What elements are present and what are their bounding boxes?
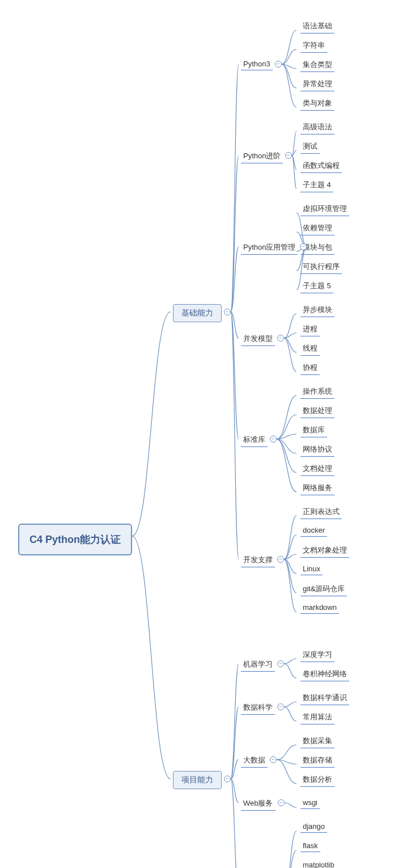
leaf-ml-0: 深度学习 — [300, 648, 334, 662]
root-node[interactable]: C4 Python能力认证 — [18, 524, 132, 555]
leaf-stdlib-5: 网络服务 — [300, 482, 334, 495]
leaf-stdlib-0: 操作系统 — [300, 385, 334, 399]
leaf-python3-0: 语法基础 — [300, 20, 334, 33]
leaf-concurrency-2: 线程 — [300, 342, 320, 356]
mid-concurrency-toggle[interactable]: − — [277, 335, 284, 342]
mid-advanced[interactable]: Python进阶 — [241, 150, 283, 163]
leaf-python3-4: 类与对象 — [300, 97, 334, 111]
mid-web[interactable]: Web服务 — [241, 797, 276, 811]
branch-basic-toggle[interactable]: − — [224, 309, 231, 315]
mid-ml-toggle[interactable]: − — [277, 660, 284, 667]
leaf-appmgmt-3: 可执行程序 — [300, 260, 342, 274]
leaf-stdlib-2: 数据库 — [300, 424, 327, 437]
mid-ml[interactable]: 机器学习 — [241, 658, 275, 672]
mid-bigdata[interactable]: 大数据 — [241, 754, 268, 768]
leaf-datasci-0: 数据科学通识 — [300, 692, 349, 705]
mid-appmgmt-toggle[interactable]: − — [300, 243, 307, 250]
leaf-devsupport-4: git&源码仓库 — [300, 583, 347, 596]
leaf-advanced-3: 子主题 4 — [300, 179, 333, 192]
leaf-devsupport-2: 文档对象处理 — [300, 544, 349, 558]
branch-project[interactable]: 项目能力 — [173, 771, 222, 789]
leaf-bigdata-0: 数据采集 — [300, 735, 334, 748]
leaf-datasci-1: 常用算法 — [300, 711, 334, 724]
leaf-web-0: wsgi — [300, 797, 320, 809]
leaf-devsupport-5: markdown — [300, 602, 339, 614]
leaf-devsupport-3: Linux — [300, 563, 323, 575]
leaf-frameworks-0: django — [300, 821, 327, 833]
mid-concurrency[interactable]: 并发模型 — [241, 332, 275, 346]
leaf-ml-1: 卷积神经网络 — [300, 668, 349, 681]
mid-appmgmt[interactable]: Python应用管理 — [241, 241, 298, 255]
leaf-concurrency-0: 异步模块 — [300, 304, 334, 317]
branch-project-toggle[interactable]: − — [224, 776, 231, 782]
leaf-python3-1: 字符串 — [300, 39, 327, 53]
branch-basic[interactable]: 基础能力 — [173, 304, 222, 322]
leaf-concurrency-3: 协程 — [300, 361, 320, 375]
leaf-bigdata-2: 数据分析 — [300, 773, 334, 787]
leaf-advanced-2: 函数式编程 — [300, 159, 342, 173]
mid-bigdata-toggle[interactable]: − — [270, 756, 277, 763]
mid-datasci-toggle[interactable]: − — [277, 703, 284, 710]
mid-python3-toggle[interactable]: − — [275, 61, 282, 68]
mid-devsupport[interactable]: 开发支撑 — [241, 554, 275, 567]
leaf-advanced-1: 测试 — [300, 140, 320, 154]
mid-stdlib[interactable]: 标准库 — [241, 433, 268, 447]
mid-web-toggle[interactable]: − — [278, 799, 285, 806]
mid-python3[interactable]: Python3 — [241, 58, 273, 70]
mid-stdlib-toggle[interactable]: − — [270, 436, 277, 443]
mid-datasci[interactable]: 数据科学 — [241, 701, 275, 715]
leaf-appmgmt-0: 虚拟环境管理 — [300, 203, 349, 216]
leaf-appmgmt-4: 子主题 5 — [300, 280, 333, 293]
leaf-concurrency-1: 进程 — [300, 323, 320, 336]
leaf-python3-2: 集合类型 — [300, 58, 334, 72]
leaf-devsupport-1: docker — [300, 525, 327, 537]
leaf-frameworks-2: matplotlib — [300, 859, 337, 868]
leaf-stdlib-1: 数据处理 — [300, 404, 334, 418]
leaf-python3-3: 异常处理 — [300, 78, 334, 91]
leaf-appmgmt-1: 依赖管理 — [300, 222, 334, 235]
leaf-stdlib-3: 网络协议 — [300, 443, 334, 457]
leaf-advanced-0: 高级语法 — [300, 121, 334, 134]
mid-advanced-toggle[interactable]: − — [285, 152, 292, 159]
mid-devsupport-toggle[interactable]: − — [277, 556, 284, 563]
leaf-stdlib-4: 文档处理 — [300, 462, 334, 476]
leaf-bigdata-1: 数据存储 — [300, 754, 334, 768]
leaf-frameworks-1: flask — [300, 840, 320, 852]
leaf-devsupport-0: 正则表达式 — [300, 505, 342, 519]
